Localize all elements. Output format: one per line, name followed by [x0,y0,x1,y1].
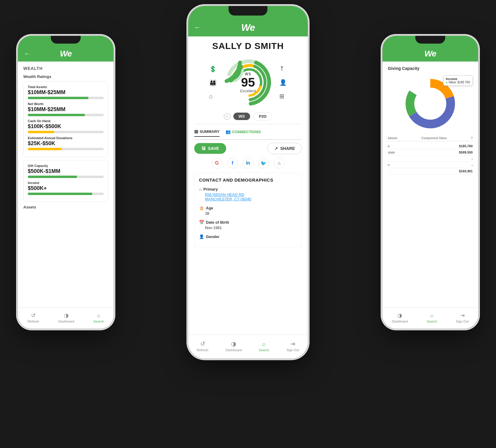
twitter-button[interactable]: 🐦 [258,158,269,168]
contact-gender: 👤 Gender [199,234,297,239]
contact-address-link[interactable]: 658 INDIAN HEAD RDMANCHESTER, CT 06040 [199,192,297,201]
annual-donations-label: Estimated Annual Donations [28,136,104,140]
center-nav-refresh-label: Refresh [197,348,209,352]
left-nav-search-label: Search [94,320,104,323]
gauge-svg: WS 95 Excellent [221,56,275,109]
right-phone: We Giving Capacity [382,36,478,329]
gauge-container: 💲 👨‍👩‍👧 ⌂ [194,56,302,109]
right-nav-search[interactable]: ⌕ Search [427,312,437,323]
cash-on-hand-item: Cash On Hand $100K-$500K [28,119,104,133]
net-worth-bar [28,114,104,116]
score-info-button[interactable]: i [224,113,230,120]
right-nav-dashboard[interactable]: ◑ Dashboard [392,312,408,323]
dob-icon: 📅 [199,220,204,225]
contact-address-label: ⌂ Primary [199,187,297,191]
left-nav-dashboard-label: Dashboard [58,320,74,323]
action-row: 🖫 SAVE ↗ SHARE [194,143,302,154]
save-label: SAVE [208,146,219,151]
divider-1 [194,124,302,124]
comp-label-1: e [388,144,390,148]
income-fill [28,193,92,195]
summary-tab-label: SUMMARY [200,129,220,134]
right-header: We [382,44,478,62]
total-assets-label: Total Assets [28,85,104,89]
center-nav-dashboard[interactable]: ◑ Dashboard [226,340,242,352]
share-button[interactable]: ↗ SHARE [267,143,302,154]
contact-age-value: 38 [199,211,297,216]
facebook-button[interactable]: f [227,158,238,168]
contact-gender-label: 👤 Gender [199,234,297,239]
left-nav-refresh-label: Refresh [27,320,39,323]
right-nav-signout[interactable]: ⇥ Sign Out [456,312,469,323]
tooltip-dot-value: ● Value: $185 760 [446,81,470,84]
center-dashboard-icon: ◑ [231,340,236,347]
donut-chart-wrap: Income ● Value: $185 760 [388,74,473,134]
address-icon: ⌂ [199,187,201,191]
linkedin-icon: in [246,160,250,166]
center-back-button[interactable]: ← [194,24,201,31]
center-nav-search[interactable]: ⌕ Search [259,340,269,352]
comp-label-2: state [388,151,395,154]
wealth-ratings-title: Wealth Ratings [23,74,108,79]
tab-connections[interactable]: 👥 CONNECTIONS [226,129,261,136]
contact-dob-label-text: Date of Birth [206,220,229,225]
net-worth-item: Net Worth $10MM-$25MM [28,102,104,116]
annual-donations-item: Estimated Annual Donations $25K-$50K [28,136,104,150]
linkedin-button[interactable]: in [243,158,253,168]
comp-value-5: $160,901 [459,169,473,173]
score-toggle: i WS P2G [194,112,302,120]
google-button[interactable]: G [212,158,222,168]
p2g-button[interactable]: P2G [253,112,272,120]
home-link-icon: ⌂ [278,160,281,166]
summary-tab-icon: ▤ [194,129,198,134]
contact-age: 🎂 Age 38 [199,205,297,216]
right-bottom-nav: ◑ Dashboard ⌕ Search ⇥ Sign Out [382,308,478,329]
left-nav-refresh[interactable]: ↺ Refresh [27,312,39,323]
tabs-row: ▤ SUMMARY 👥 CONNECTIONS [194,127,302,140]
left-nav-search[interactable]: ⌕ Search [94,312,104,323]
facebook-icon: f [232,160,233,166]
ws-button[interactable]: WS [233,113,250,120]
center-phone-notch [229,6,267,16]
center-body: SALLY D SMITH 💲 👨‍👩‍👧 ⌂ [188,36,308,335]
total-assets-bar [28,97,104,99]
center-nav-refresh[interactable]: ↺ Refresh [197,340,209,352]
svg-point-0 [415,89,445,119]
center-refresh-icon: ↺ [200,340,205,347]
left-back-button[interactable]: ← [24,50,30,58]
comp-header-breakdown: kdown [388,136,397,140]
gift-capacity-bar [28,176,104,178]
right-nav-dashboard-label: Dashboard [392,320,408,323]
comp-value-4: - [471,163,473,167]
left-logo: We [60,49,72,59]
left-nav-dashboard[interactable]: ◑ Dashboard [58,312,74,323]
tooltip-value: Value: $185 760 [448,81,470,84]
right-nav-search-label: Search [427,320,437,323]
annual-donations-bar [28,148,104,150]
home-link-button[interactable]: ⌂ [274,158,284,168]
right-search-icon: ⌕ [430,312,434,319]
share-icon: ↗ [274,146,278,151]
contact-dob-value: Nov-1981 [199,225,297,230]
income-tooltip: Income ● Value: $185 760 [443,75,473,86]
tab-summary[interactable]: ▤ SUMMARY [194,129,220,137]
center-search-icon: ⌕ [262,340,266,347]
center-bottom-nav: ↺ Refresh ◑ Dashboard ⌕ Search ⇥ Sign Ou… [188,335,308,358]
center-nav-signout[interactable]: ⇥ Sign Out [286,340,299,352]
age-icon: 🎂 [199,205,204,210]
total-assets-item: Total Assets $10MM-$25MM [28,85,104,99]
save-button[interactable]: 🖫 SAVE [194,143,226,154]
family-icon: 👨‍👩‍👧 [209,79,217,86]
left-phone-notch [51,36,81,44]
comp-label-4: n [388,163,390,167]
cash-on-hand-fill [28,131,54,133]
home-icon: ⌂ [209,93,217,100]
share-label: SHARE [280,146,295,151]
gauge-score: 95 [240,76,256,89]
connections-tab-label: CONNECTIONS [232,130,261,134]
contact-address-label-text: Primary [203,187,218,191]
wealth-section-title: WEALTH [23,66,108,71]
right-body: Giving Capacity [382,62,478,308]
right-phone-notch [415,36,445,44]
center-header: ← We [188,16,308,36]
